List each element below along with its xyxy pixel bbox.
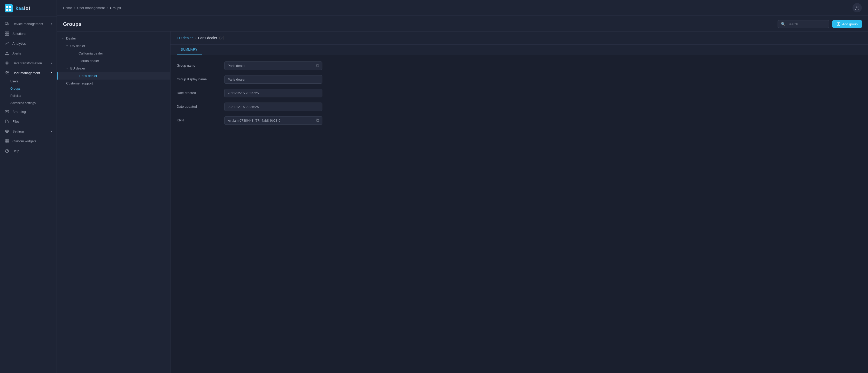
form-row-date-created: Date created [177,89,862,97]
svg-rect-0 [5,4,13,12]
form-value-date-updated [224,102,322,111]
sidebar-item-policies[interactable]: Policies [8,92,57,99]
svg-rect-7 [6,25,7,25]
tree-panel: Dealer US dealer California dealer Flori… [57,32,170,373]
detail-breadcrumb: EU dealer › Paris dealer ? [170,32,868,45]
krn-copy-button[interactable] [315,117,320,124]
sidebar-item-alerts[interactable]: Alerts [0,48,57,58]
svg-point-20 [6,131,8,132]
sidebar-item-help-label: Help [12,149,52,153]
top-header: Home › User management › Groups [57,0,868,16]
sidebar-item-branding[interactable]: Branding [0,107,57,117]
sidebar-item-settings[interactable]: Settings ▾ [0,126,57,136]
logo: kaaiot [0,0,57,17]
form-label-date-created: Date created [177,89,218,95]
sidebar-item-user-management-chevron: ▴ [51,71,52,74]
tree-item-paris-dealer[interactable]: Paris dealer [57,72,170,80]
tree-item-customer-support[interactable]: Customer support [57,80,170,87]
sidebar-item-data-transformation-chevron: ▾ [51,62,52,65]
help-circle-icon[interactable]: ? [219,36,224,40]
user-profile-button[interactable] [852,3,862,12]
form-label-date-updated: Date updated [177,102,218,108]
sidebar-item-custom-widgets-label: Custom widgets [12,139,52,143]
svg-rect-8 [8,23,9,24]
analytics-icon [5,41,9,46]
svg-rect-4 [9,9,11,11]
sidebar-item-advanced-settings-label: Advanced settings [10,101,52,105]
tree-label-customer-support: Customer support [66,81,93,85]
svg-rect-11 [5,34,7,35]
breadcrumb-home[interactable]: Home [63,6,72,10]
title-actions: 🔍 Add group [778,20,862,28]
form-value-date-created [224,89,322,97]
group-name-input[interactable] [224,61,322,70]
sidebar-item-alerts-label: Alerts [12,52,52,55]
tree-arrow-eu-dealer [65,67,69,70]
sidebar-item-users[interactable]: Users [8,78,57,85]
search-input[interactable] [787,22,826,26]
sidebar-item-files[interactable]: Files [0,117,57,126]
sidebar-item-settings-chevron: ▾ [51,130,52,133]
svg-point-26 [7,152,7,152]
tree-label-dealer: Dealer [66,36,76,40]
sidebar-item-user-management-label: User management [12,71,48,75]
group-display-name-input[interactable] [224,75,322,84]
tab-summary[interactable]: SUMMARY [177,45,202,55]
tree-item-eu-dealer[interactable]: EU dealer [57,65,170,72]
add-group-button[interactable]: Add group [832,20,862,28]
sidebar-item-analytics-label: Analytics [12,41,52,45]
sidebar-item-groups[interactable]: Groups [8,85,57,92]
svg-point-27 [856,6,858,8]
sidebar-item-policies-label: Policies [10,94,52,98]
svg-rect-24 [7,141,9,143]
sidebar-item-solutions[interactable]: Solutions [0,29,57,38]
tree-label-paris-dealer: Paris dealer [79,74,97,78]
svg-rect-21 [5,139,7,141]
svg-point-14 [7,54,7,54]
settings-icon [5,129,9,133]
search-box: 🔍 [778,20,829,28]
user-management-icon [5,70,9,75]
breadcrumb: Home › User management › Groups [63,6,121,10]
detail-tabs: SUMMARY [170,45,868,55]
detail-form: Group name Group display name [170,55,868,136]
sidebar-item-data-transformation-label: Data transformation [12,61,48,65]
sidebar-item-help[interactable]: Help [0,146,57,156]
header-right [852,3,862,12]
sidebar-item-advanced-settings[interactable]: Advanced settings [8,99,57,107]
group-name-copy-button[interactable] [315,63,320,69]
svg-rect-22 [7,139,9,141]
breadcrumb-sep-1: › [74,6,75,9]
tree-item-california-dealer[interactable]: California dealer [57,50,170,57]
svg-point-17 [7,71,8,72]
form-label-group-display-name: Group display name [177,75,218,81]
tree-label-us-dealer: US dealer [70,44,85,48]
tree-item-dealer[interactable]: Dealer [57,35,170,42]
main-content: Home › User management › Groups Groups 🔍… [57,0,868,373]
sidebar-item-custom-widgets[interactable]: Custom widgets [0,136,57,146]
svg-rect-9 [5,32,7,33]
breadcrumb-current: Groups [110,6,121,10]
tree-label-florida-dealer: Florida dealer [79,59,99,63]
sidebar-item-branding-label: Branding [12,110,52,114]
form-value-group-display-name [224,75,322,84]
tree-item-florida-dealer[interactable]: Florida dealer [57,57,170,65]
krn-input[interactable] [224,116,322,125]
breadcrumb-user-management[interactable]: User management [77,6,105,10]
search-icon: 🔍 [781,22,785,26]
sidebar-item-data-transformation[interactable]: Data transformation ▾ [0,58,57,68]
svg-rect-2 [9,6,11,8]
form-row-krn: KRN [177,116,862,125]
sidebar-item-device-management[interactable]: Device management ▾ [0,19,57,29]
tree-item-us-dealer[interactable]: US dealer [57,42,170,50]
sidebar-item-user-management[interactable]: User management ▴ [0,68,57,78]
sidebar-item-device-management-label: Device management [12,22,48,26]
device-management-icon [5,22,9,26]
svg-rect-1 [6,6,8,8]
help-icon [5,149,9,153]
svg-point-16 [6,71,7,73]
sidebar-item-analytics[interactable]: Analytics [0,38,57,48]
branding-icon [5,109,9,114]
detail-breadcrumb-parent[interactable]: EU dealer [177,36,193,40]
tree-label-eu-dealer: EU dealer [70,66,85,70]
